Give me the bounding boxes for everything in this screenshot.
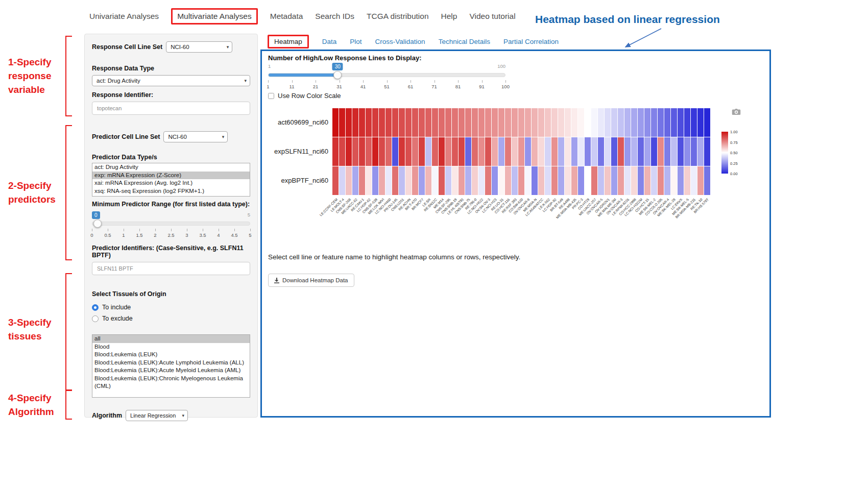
heatmap-cell[interactable] [631,137,637,166]
heatmap-cell[interactable] [512,137,518,166]
heatmap-cell[interactable] [385,166,392,195]
heatmap-cell[interactable] [605,137,611,166]
heatmap-cell[interactable] [379,137,385,166]
nav-item-univariate-analyses[interactable]: Univariate Analyses [89,12,159,21]
heatmap-cell[interactable] [658,166,664,195]
heatmap-cell[interactable] [412,137,418,166]
heatmap-cell[interactable] [532,108,538,137]
heatmap-cell[interactable] [558,108,564,137]
heatmap-cell[interactable] [697,166,704,195]
heatmap-cell[interactable] [346,137,352,166]
heatmap-cell[interactable] [425,137,431,166]
heatmap-cell[interactable] [432,166,438,195]
heatmap-cell[interactable] [359,166,365,195]
predictor-identifiers-input[interactable] [92,262,250,275]
heatmap-cell[interactable] [392,108,398,137]
heatmap-cell[interactable] [445,137,451,166]
heatmap-cell[interactable] [366,166,372,195]
heatmap-cell[interactable] [478,166,485,195]
heatmap-cell[interactable] [578,137,584,166]
heatmap-cell[interactable] [658,137,664,166]
heatmap-cell[interactable] [425,166,431,195]
heatmap-cell[interactable] [332,137,339,166]
heatmap-cell[interactable] [624,137,631,166]
heatmap-cell[interactable] [571,137,577,166]
heatmap-cell[interactable] [372,166,378,195]
heatmap-cell[interactable] [385,108,392,137]
heatmap-cell[interactable] [346,166,352,195]
heatmap-cell[interactable] [399,166,405,195]
heatmap-cell[interactable] [624,166,631,195]
heatmap-cell[interactable] [664,166,670,195]
tissue-option[interactable]: all [92,335,250,343]
heatmap-cell[interactable] [485,108,491,137]
heatmap-cell[interactable] [459,137,465,166]
heatmap-cell[interactable] [465,137,471,166]
heatmap-cell[interactable] [618,137,624,166]
heatmap-cell[interactable] [651,108,657,137]
heatmap-cell[interactable] [498,108,504,137]
heatmap-cell[interactable] [352,137,358,166]
response-data-type-select[interactable]: act: Drug Activity ▾ [92,75,250,86]
heatmap-cell[interactable] [459,166,465,195]
heatmap-cell[interactable] [352,108,358,137]
heatmap-cell[interactable] [452,108,458,137]
heatmap-cell[interactable] [697,137,704,166]
slider-handle[interactable] [333,71,342,79]
heatmap-cell[interactable] [618,108,624,137]
heatmap-cell[interactable] [684,166,690,195]
heatmap-cell[interactable] [644,166,650,195]
heatmap-cell[interactable] [591,166,597,195]
tab-plot[interactable]: Plot [350,38,361,45]
heatmap-cell[interactable] [545,137,551,166]
heatmap-cell[interactable] [518,166,524,195]
heatmap-cell[interactable] [478,108,485,137]
predictor-data-type-option[interactable]: xsq: RNA-seq Expression (log2 FPKM+1.) [92,187,250,196]
heatmap-cell[interactable] [339,108,345,137]
tab-data[interactable]: Data [322,38,337,45]
heatmap-cell[interactable] [538,137,544,166]
heatmap-cell[interactable] [658,108,664,137]
heatmap-cell[interactable] [405,137,412,166]
slider-handle[interactable] [93,219,102,228]
heatmap-cell[interactable] [571,166,577,195]
heatmap-cell[interactable] [551,137,558,166]
heatmap-cell[interactable] [339,166,345,195]
response-identifier-input[interactable] [92,102,250,115]
heatmap-cell[interactable] [551,166,558,195]
heatmap-cell[interactable] [704,108,710,137]
heatmap-cell[interactable] [598,137,604,166]
heatmap-cell[interactable] [505,166,511,195]
heatmap-cell[interactable] [525,137,531,166]
heatmap-cell[interactable] [478,137,485,166]
heatmap-cell[interactable] [611,137,617,166]
heatmap-cell[interactable] [598,108,604,137]
heatmap-cell[interactable] [498,137,504,166]
download-heatmap-data-button[interactable]: Download Heatmap Data [268,274,354,287]
heatmap-cell[interactable] [512,108,518,137]
heatmap-cell[interactable] [678,137,684,166]
heatmap-cell[interactable] [678,166,684,195]
tissue-option[interactable]: Blood [92,343,250,351]
tab-partial-correlation[interactable]: Partial Correlation [503,38,559,45]
tissue-option[interactable]: Blood:Leukemia (LEUK):Acute Lymphoid Leu… [92,359,250,367]
heatmap-cell[interactable] [618,166,624,195]
heatmap-cell[interactable] [366,137,372,166]
nav-item-video-tutorial[interactable]: Video tutorial [469,12,515,21]
nav-item-metadata[interactable]: Metadata [270,12,303,21]
heatmap-cell[interactable] [459,108,465,137]
heatmap-cell[interactable] [465,108,471,137]
heatmap-cell[interactable] [525,166,531,195]
heatmap-cell[interactable] [505,108,511,137]
heatmap-cell[interactable] [332,108,339,137]
heatmap-cell[interactable] [445,108,451,137]
radio-to-exclude[interactable]: To exclude [92,315,250,322]
heatmap-cell[interactable] [399,137,405,166]
algorithm-select[interactable]: Linear Regression ▾ [126,410,188,421]
heatmap-cell[interactable] [346,108,352,137]
heatmap-row-label[interactable]: expBPTF_nci60 [262,177,328,184]
heatmap-cell[interactable] [638,108,644,137]
heatmap-cell[interactable] [445,166,451,195]
heatmap-cell[interactable] [638,166,644,195]
heatmap-cell[interactable] [545,108,551,137]
